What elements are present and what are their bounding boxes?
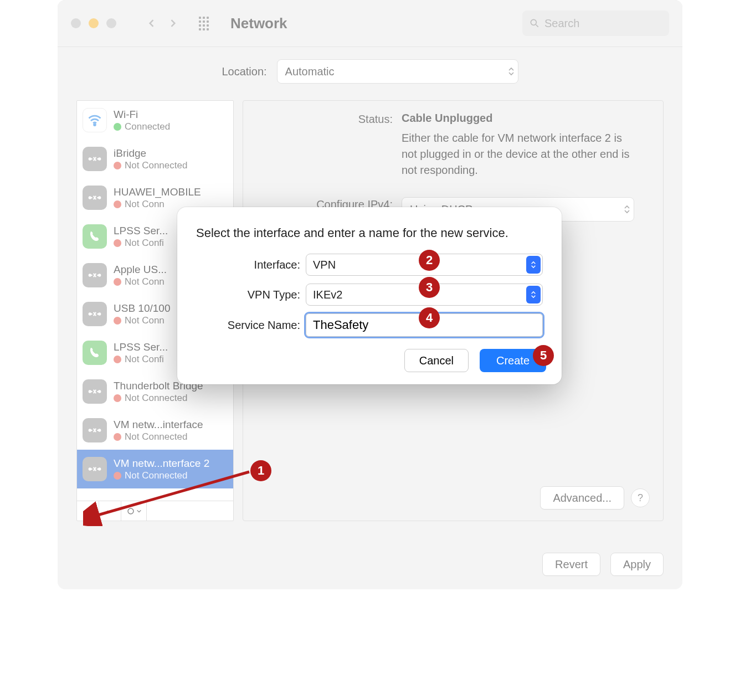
svg-point-8 xyxy=(89,313,91,315)
svg-point-10 xyxy=(89,390,91,392)
search-placeholder: Search xyxy=(544,17,579,30)
revert-button[interactable]: Revert xyxy=(542,553,600,576)
interface-label: Interface: xyxy=(196,259,300,271)
chevron-updown-icon xyxy=(526,256,541,274)
svg-point-0 xyxy=(531,19,536,25)
chevron-updown-icon xyxy=(508,67,515,76)
sidebar-item-label: iBridge xyxy=(114,147,187,160)
ethernet-icon xyxy=(83,418,107,442)
sidebar-item-label: Apple US... xyxy=(114,263,167,276)
sidebar-item-label: VM netw...interface xyxy=(114,418,203,431)
annotation-badge-3: 3 xyxy=(419,277,440,298)
show-all-icon[interactable] xyxy=(198,16,213,30)
status-dot-icon xyxy=(114,317,121,325)
status-dot-icon xyxy=(114,433,121,441)
status-dot-icon xyxy=(114,278,121,286)
status-dot-icon xyxy=(114,123,121,131)
advanced-button[interactable]: Advanced... xyxy=(540,486,624,509)
svg-line-17 xyxy=(94,472,249,516)
search-input[interactable]: Search xyxy=(522,11,669,36)
sidebar-item-status: Not Confi xyxy=(125,237,164,249)
help-button[interactable]: ? xyxy=(631,488,650,507)
status-dot-icon xyxy=(114,239,121,247)
cancel-button[interactable]: Cancel xyxy=(404,349,469,372)
svg-point-4 xyxy=(89,197,91,198)
sidebar-item-label: LPSS Ser... xyxy=(114,341,168,354)
close-window-button[interactable] xyxy=(71,18,81,28)
svg-point-13 xyxy=(99,429,100,431)
status-dot-icon xyxy=(114,394,121,402)
ethernet-icon xyxy=(83,379,107,404)
zoom-window-button[interactable] xyxy=(106,18,116,28)
location-value: Automatic xyxy=(285,65,335,78)
status-dot-icon xyxy=(114,162,121,169)
sidebar-item-label: HUAWEI_MOBILE xyxy=(114,186,201,199)
window-controls xyxy=(71,18,116,28)
sidebar-item-status: Not Connected xyxy=(125,392,187,404)
new-service-modal: Select the interface and enter a name fo… xyxy=(177,207,562,384)
modal-title: Select the interface and enter a name fo… xyxy=(196,226,543,240)
status-dot-icon xyxy=(114,356,121,363)
ethernet-icon xyxy=(83,263,107,287)
location-label: Location: xyxy=(222,65,266,78)
titlebar: Network Search xyxy=(58,0,682,47)
apply-button[interactable]: Apply xyxy=(610,553,664,576)
sidebar-item-status: Not Conn xyxy=(125,198,165,210)
ethernet-icon xyxy=(83,186,107,210)
sidebar-item-status: Connected xyxy=(125,121,170,132)
svg-point-2 xyxy=(89,158,91,159)
sidebar-item-status: Not Conn xyxy=(125,315,165,326)
sidebar-item-status: Not Connected xyxy=(125,159,187,171)
annotation-badge-5: 5 xyxy=(533,345,554,366)
svg-point-11 xyxy=(99,390,100,392)
svg-point-5 xyxy=(99,197,100,198)
wifi-icon xyxy=(83,108,107,132)
svg-point-3 xyxy=(99,158,100,159)
status-label: Status: xyxy=(260,112,393,178)
status-description: Either the cable for VM network interfac… xyxy=(402,130,640,178)
sidebar-item-label: LPSS Ser... xyxy=(114,224,168,238)
sidebar-item-status: Not Connected xyxy=(125,431,187,442)
svg-point-12 xyxy=(89,429,91,431)
status-dot-icon xyxy=(114,200,121,208)
back-button[interactable] xyxy=(144,16,160,31)
vpn-type-label: VPN Type: xyxy=(196,289,300,301)
sidebar-item-label: USB 10/100 xyxy=(114,302,170,315)
phone-icon xyxy=(83,341,107,365)
svg-point-9 xyxy=(99,313,100,315)
svg-point-7 xyxy=(99,274,100,276)
sidebar-item-status: Not Conn xyxy=(125,276,165,287)
sidebar-item-vm1[interactable]: VM netw...interface Not Connected xyxy=(77,411,233,450)
sidebar-item-wifi[interactable]: Wi-Fi Connected xyxy=(77,101,233,140)
location-row: Location: Automatic xyxy=(58,47,682,100)
annotation-badge-2: 2 xyxy=(419,250,440,271)
svg-point-1 xyxy=(94,124,95,126)
chevron-updown-icon xyxy=(526,286,541,303)
forward-button[interactable] xyxy=(165,16,181,31)
vpn-type-value: IKEv2 xyxy=(313,289,342,301)
annotation-badge-4: 4 xyxy=(419,307,440,328)
sidebar-item-ibridge[interactable]: iBridge Not Connected xyxy=(77,140,233,178)
location-select[interactable]: Automatic xyxy=(277,59,518,84)
sidebar-item-status: Not Confi xyxy=(125,353,164,365)
minimize-window-button[interactable] xyxy=(89,18,99,28)
sidebar-item-label: Wi-Fi xyxy=(114,108,170,121)
ethernet-icon xyxy=(83,302,107,326)
status-value: Cable Unplugged xyxy=(402,112,640,125)
window-title: Network xyxy=(230,15,517,32)
chevron-updown-icon xyxy=(624,205,630,214)
annotation-badge-1: 1 xyxy=(250,460,271,481)
phone-icon xyxy=(83,224,107,249)
interface-value: VPN xyxy=(313,259,336,271)
svg-point-6 xyxy=(89,274,91,276)
ethernet-icon xyxy=(83,147,107,171)
service-name-label: Service Name: xyxy=(196,319,300,332)
annotation-arrow xyxy=(83,465,260,526)
